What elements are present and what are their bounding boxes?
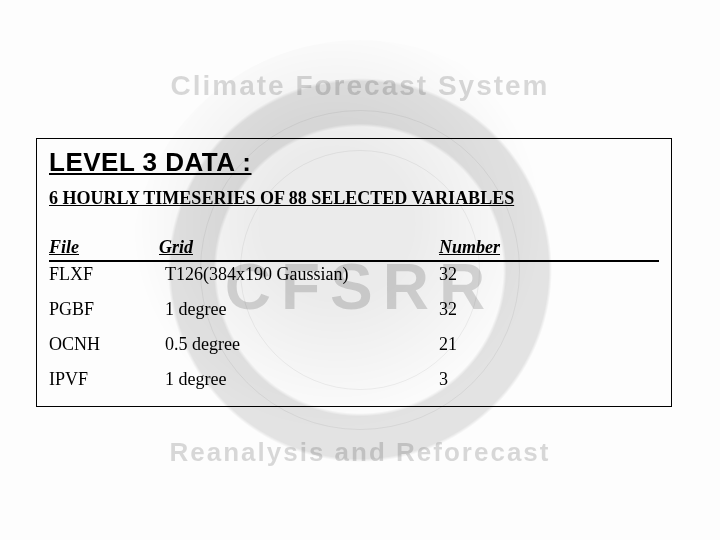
cell-number: 3 [439, 355, 659, 390]
col-header-file: File [49, 237, 159, 261]
watermark-arc-bottom: Reanalysis and Reforecast [0, 437, 720, 468]
cell-grid: 1 degree [159, 355, 439, 390]
cell-number: 32 [439, 261, 659, 285]
cell-number: 21 [439, 320, 659, 355]
table-row: FLXF T126(384x190 Gaussian) 32 [49, 261, 659, 285]
cell-grid: 0.5 degree [159, 320, 439, 355]
watermark-arc-top: Climate Forecast System [0, 70, 720, 102]
cell-file: PGBF [49, 285, 159, 320]
variables-table: File Grid Number FLXF T126(384x190 Gauss… [49, 237, 659, 390]
cell-grid: 1 degree [159, 285, 439, 320]
table-row: OCNH 0.5 degree 21 [49, 320, 659, 355]
cell-file: OCNH [49, 320, 159, 355]
col-header-grid: Grid [159, 237, 439, 261]
cell-number: 32 [439, 285, 659, 320]
card-subtitle: 6 HOURLY TIMESERIES OF 88 SELECTED VARIA… [49, 188, 659, 209]
cell-file: IPVF [49, 355, 159, 390]
content-card: LEVEL 3 DATA : 6 HOURLY TIMESERIES OF 88… [36, 138, 672, 407]
table-row: PGBF 1 degree 32 [49, 285, 659, 320]
cell-grid: T126(384x190 Gaussian) [159, 261, 439, 285]
table-row: IPVF 1 degree 3 [49, 355, 659, 390]
cell-file: FLXF [49, 261, 159, 285]
card-title: LEVEL 3 DATA : [49, 147, 659, 178]
table-header-row: File Grid Number [49, 237, 659, 261]
col-header-number: Number [439, 237, 659, 261]
